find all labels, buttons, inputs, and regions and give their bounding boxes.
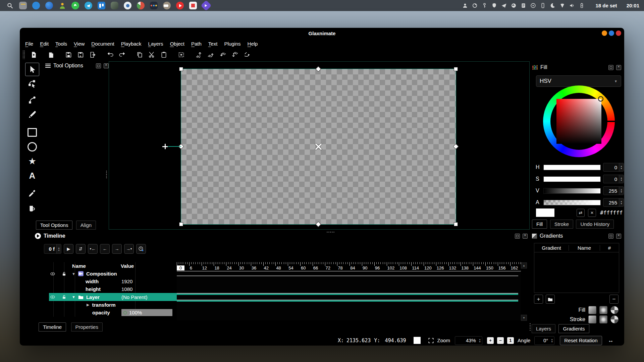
toolbar-grip[interactable] xyxy=(22,50,25,59)
color-space-select[interactable]: HSV ▼ xyxy=(536,75,621,87)
swap-colors-button[interactable]: ⇄ xyxy=(577,209,585,217)
frame-spinbox[interactable]: 0 f ▲▼ xyxy=(44,244,61,254)
activity-tray-icon[interactable] xyxy=(472,3,478,8)
stroke-radial-gradient-button[interactable] xyxy=(599,315,607,323)
play-button[interactable]: ▶ xyxy=(64,244,73,254)
system-date[interactable]: 18 de set xyxy=(595,3,617,8)
telegram-icon[interactable] xyxy=(85,2,92,9)
expander-icon[interactable]: ▼ xyxy=(72,272,75,276)
selection-handle-top-right[interactable] xyxy=(454,67,458,71)
tab-timeline[interactable]: Timeline xyxy=(39,322,66,331)
undo-button[interactable] xyxy=(105,50,115,59)
pie-app-icon[interactable] xyxy=(137,2,145,9)
tab-layers[interactable]: Layers xyxy=(532,324,555,333)
window-titlebar[interactable]: Glaxnimate xyxy=(20,28,624,39)
port-app-icon[interactable] xyxy=(124,2,131,9)
sv-selector-handle[interactable] xyxy=(598,96,603,102)
hue-slider[interactable] xyxy=(543,165,601,170)
tree-row-composition[interactable]: ▼ Composition xyxy=(49,270,177,278)
saturation-spinbox[interactable]: 0▲▼ xyxy=(603,175,624,183)
float-fill-icon[interactable] xyxy=(608,65,613,70)
panel-menu-icon[interactable] xyxy=(45,64,51,68)
lock-icon[interactable] xyxy=(61,294,67,300)
clear-color-button[interactable]: ✕ xyxy=(588,209,596,217)
search-icon[interactable] xyxy=(6,2,14,9)
export-button[interactable] xyxy=(88,50,98,59)
menu-item[interactable]: Document xyxy=(88,41,117,47)
youtube-music-icon[interactable] xyxy=(176,2,184,9)
selection-handle-top-left[interactable] xyxy=(179,67,183,71)
documents-tray-icon[interactable] xyxy=(521,3,526,8)
resolve-icon[interactable] xyxy=(150,2,158,9)
lower-to-bottom-button[interactable] xyxy=(230,50,240,59)
next-frame-button[interactable]: → xyxy=(112,244,122,254)
first-frame-button[interactable]: •← xyxy=(88,244,98,254)
float-panel-icon[interactable] xyxy=(96,63,101,68)
battery-tray-icon[interactable] xyxy=(579,3,585,8)
menu-item[interactable]: Edit xyxy=(37,41,52,47)
tree-row-layer[interactable]: ▼ Layer (No Parent) xyxy=(49,293,177,301)
selection-handle-bottom-left[interactable] xyxy=(179,222,183,226)
close-timeline-icon[interactable] xyxy=(523,234,528,239)
draw-freehand-tool[interactable] xyxy=(25,108,39,121)
move-layer-button[interactable] xyxy=(242,50,252,59)
stroke-conical-gradient-button[interactable] xyxy=(610,315,619,323)
zoom-out-button[interactable]: − xyxy=(497,337,504,344)
lock-icon[interactable] xyxy=(61,271,67,277)
fill-linear-gradient-button[interactable] xyxy=(588,306,596,314)
record-keyframes-button[interactable] xyxy=(136,244,146,254)
tab-fill[interactable]: Fill xyxy=(532,220,547,229)
cut-button[interactable] xyxy=(147,50,157,59)
thunderbird-icon[interactable] xyxy=(32,2,40,9)
menu-item[interactable]: Plugins xyxy=(221,41,244,47)
hue-selector-notch[interactable] xyxy=(607,121,615,122)
resize-arrows-icon[interactable]: ↔ xyxy=(608,337,614,344)
close-panel-icon[interactable] xyxy=(104,63,109,68)
visibility-icon[interactable] xyxy=(50,294,56,300)
value-spinbox[interactable]: 255▲▼ xyxy=(603,186,624,195)
menu-item[interactable]: Help xyxy=(244,41,261,47)
ellipse-tool[interactable] xyxy=(25,140,39,154)
float-gradients-icon[interactable] xyxy=(608,234,613,239)
reset-rotation-button[interactable]: Reset Rotation xyxy=(560,336,602,345)
key-tray-icon[interactable] xyxy=(482,3,487,8)
color-picker-tool[interactable] xyxy=(25,187,39,200)
scrollbar-up-arrow[interactable]: ▲ xyxy=(521,262,527,268)
telegram-tray-icon[interactable] xyxy=(501,3,507,8)
right-dock-splitter-handle[interactable] xyxy=(529,323,531,331)
text-tool[interactable]: A xyxy=(25,169,39,182)
menu-item[interactable]: Layers xyxy=(145,41,167,47)
alpha-spinbox[interactable]: 255▲▼ xyxy=(603,198,624,207)
alpha-slider[interactable] xyxy=(543,200,601,205)
rectangle-tool[interactable] xyxy=(25,126,39,139)
maximize-button[interactable] xyxy=(609,31,614,36)
select-tool[interactable] xyxy=(25,63,39,76)
star-tool[interactable]: ★ xyxy=(25,155,39,168)
open-file-button[interactable] xyxy=(46,50,56,59)
contacts-icon[interactable] xyxy=(58,2,66,9)
browser-icon[interactable] xyxy=(45,2,53,9)
new-file-button[interactable] xyxy=(29,50,39,59)
shield-tray-icon[interactable] xyxy=(491,3,497,8)
location-tray-icon[interactable] xyxy=(559,3,565,8)
stremio-icon[interactable] xyxy=(201,0,212,11)
close-button[interactable] xyxy=(616,31,621,36)
saturation-slider[interactable] xyxy=(543,176,601,182)
tab-gradients[interactable]: Gradients xyxy=(558,324,589,333)
last-frame-button[interactable]: →• xyxy=(124,244,134,254)
mobile-tray-icon[interactable] xyxy=(540,3,546,8)
save-as-button[interactable]: A xyxy=(75,50,86,59)
tab-properties[interactable]: Properties xyxy=(71,322,103,331)
menu-item[interactable]: Playback xyxy=(118,41,145,47)
menu-item[interactable]: Path xyxy=(188,41,205,47)
close-gradients-icon[interactable] xyxy=(616,234,621,239)
phone-tray-icon[interactable] xyxy=(511,3,517,8)
scrollbar-down-arrow[interactable]: ▼ xyxy=(521,315,527,321)
keyframe-track-area[interactable] xyxy=(177,272,521,320)
remove-gradient-button[interactable]: − xyxy=(609,295,619,304)
selection-handle-bottom-right[interactable] xyxy=(454,222,458,226)
tree-row-transform[interactable]: ▶ transform xyxy=(49,301,177,309)
raise-button[interactable] xyxy=(206,50,216,59)
stroke-linear-gradient-button[interactable] xyxy=(588,315,596,323)
copy-button[interactable] xyxy=(135,50,145,59)
